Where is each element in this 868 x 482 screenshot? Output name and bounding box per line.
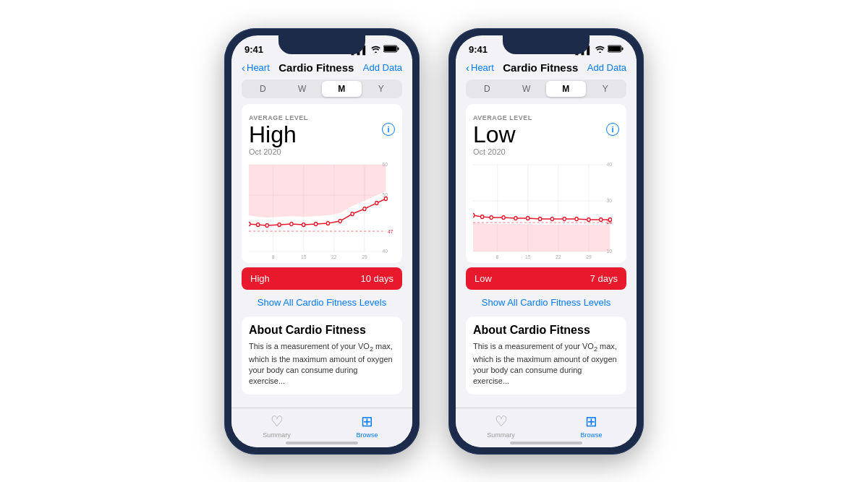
svg-point-20 xyxy=(326,221,329,225)
svg-text:29: 29 xyxy=(362,253,367,260)
svg-text:40: 40 xyxy=(382,247,387,254)
svg-point-49 xyxy=(502,215,505,219)
svg-text:15: 15 xyxy=(301,253,306,260)
browse-label-2: Browse xyxy=(580,431,602,439)
tab-browse-1[interactable]: ⊞ Browse xyxy=(322,413,412,439)
svg-point-21 xyxy=(339,219,341,223)
seg-m-2[interactable]: M xyxy=(546,81,586,97)
nav-back-2[interactable]: ‹ Heart xyxy=(466,61,494,74)
svg-text:8: 8 xyxy=(496,253,499,260)
svg-point-46 xyxy=(473,213,475,217)
seg-d-2[interactable]: D xyxy=(467,81,507,97)
segment-control-2: D W M Y xyxy=(466,79,626,98)
add-data-btn-1[interactable]: Add Data xyxy=(363,62,402,73)
summary-icon-1: ♡ xyxy=(271,413,284,430)
svg-point-18 xyxy=(302,223,305,226)
summary-icon-2: ♡ xyxy=(495,413,508,430)
notch-1 xyxy=(278,35,365,54)
svg-point-55 xyxy=(575,217,578,220)
summary-label-2: Summary xyxy=(487,431,515,439)
svg-text:30: 30 xyxy=(606,197,611,204)
tab-summary-2[interactable]: ♡ Summary xyxy=(456,413,546,439)
status-time-1: 9:41 xyxy=(244,44,263,55)
svg-text:40: 40 xyxy=(606,160,611,168)
seg-y-1[interactable]: Y xyxy=(362,81,401,97)
nav-title-2: Cardio Fitness xyxy=(503,61,578,74)
about-text-1: This is a measurement of your VO2 max, w… xyxy=(249,341,395,387)
main-value-row-2: Low i xyxy=(473,123,619,146)
svg-point-25 xyxy=(384,197,387,200)
nav-back-1[interactable]: ‹ Heart xyxy=(242,61,270,74)
svg-point-19 xyxy=(314,222,317,225)
svg-point-58 xyxy=(608,218,611,221)
avg-label-1: AVERAGE LEVEL xyxy=(249,114,308,121)
back-chevron-1: ‹ xyxy=(242,61,245,74)
svg-point-56 xyxy=(587,218,590,221)
svg-point-17 xyxy=(290,222,293,225)
seg-w-1[interactable]: W xyxy=(283,81,323,97)
avg-label-2: AVERAGE LEVEL xyxy=(473,114,532,121)
svg-point-54 xyxy=(563,217,566,220)
notch-2 xyxy=(503,35,590,54)
legend-label-1: High xyxy=(250,273,270,284)
svg-rect-34 xyxy=(608,46,621,51)
svg-text:15: 15 xyxy=(525,253,530,260)
phone-1: 9:41 ▌▌▌ ‹ Heart Cardio Fitness xyxy=(224,28,420,455)
back-label-2: Heart xyxy=(471,62,494,73)
legend-days-1: 10 days xyxy=(360,273,393,284)
tab-summary-1[interactable]: ♡ Summary xyxy=(231,413,322,439)
svg-text:22: 22 xyxy=(556,253,561,260)
back-label-1: Heart xyxy=(247,62,270,73)
battery-icon-2 xyxy=(608,45,624,54)
main-value-1: High xyxy=(249,123,297,146)
svg-text:47: 47 xyxy=(388,228,393,235)
about-text-2: This is a measurement of your VO2 max, w… xyxy=(473,341,619,387)
phone-2: 9:41 ▌▌▌ ‹ Heart Cardio Fitness xyxy=(448,28,644,455)
about-section-2: About Cardio Fitness This is a measureme… xyxy=(466,317,626,395)
legend-label-2: Low xyxy=(475,273,492,284)
svg-point-57 xyxy=(600,218,603,221)
content-area-2: AVERAGE LEVEL Low i Oct 2020 40 30 24 10 xyxy=(466,104,626,263)
date-label-2: Oct 2020 xyxy=(473,147,619,156)
tab-browse-2[interactable]: ⊞ Browse xyxy=(546,413,637,439)
svg-rect-2 xyxy=(384,46,396,51)
legend-bar-2[interactable]: Low 7 days xyxy=(466,267,626,290)
svg-rect-1 xyxy=(398,48,399,51)
seg-m-1[interactable]: M xyxy=(322,81,362,97)
chart-svg-1: 60 50 40 xyxy=(249,159,395,260)
chart-1: 60 50 40 xyxy=(249,159,395,260)
phone-2-screen: 9:41 ▌▌▌ ‹ Heart Cardio Fitness xyxy=(456,35,637,447)
home-indicator-1 xyxy=(286,442,358,444)
show-all-link-2[interactable]: Show All Cardio Fitness Levels xyxy=(466,290,626,312)
main-value-row-1: High i xyxy=(249,123,395,146)
svg-point-23 xyxy=(363,207,366,210)
about-section-1: About Cardio Fitness This is a measureme… xyxy=(242,317,402,395)
seg-d-1[interactable]: D xyxy=(243,81,283,97)
browse-icon-2: ⊞ xyxy=(585,413,597,430)
content-area-1: AVERAGE LEVEL High i Oct 2020 60 50 40 xyxy=(242,104,402,263)
phone-1-screen: 9:41 ▌▌▌ ‹ Heart Cardio Fitness xyxy=(231,35,412,447)
svg-text:8: 8 xyxy=(272,253,275,260)
seg-y-2[interactable]: Y xyxy=(586,81,626,97)
svg-point-53 xyxy=(550,217,553,220)
svg-point-52 xyxy=(538,217,541,220)
info-icon-2[interactable]: i xyxy=(606,123,619,136)
svg-point-48 xyxy=(490,215,493,219)
main-value-2: Low xyxy=(473,123,516,146)
summary-label-1: Summary xyxy=(263,431,291,439)
show-all-link-1[interactable]: Show All Cardio Fitness Levels xyxy=(242,290,402,312)
info-icon-1[interactable]: i xyxy=(382,123,395,136)
add-data-btn-2[interactable]: Add Data xyxy=(587,62,626,73)
legend-days-2: 7 days xyxy=(590,273,618,284)
legend-bar-1[interactable]: High 10 days xyxy=(242,267,402,290)
back-chevron-2: ‹ xyxy=(466,61,469,74)
nav-title-1: Cardio Fitness xyxy=(278,61,354,74)
nav-header-1: ‹ Heart Cardio Fitness Add Data xyxy=(231,59,412,79)
svg-point-13 xyxy=(249,222,250,225)
seg-w-2[interactable]: W xyxy=(507,81,547,97)
about-title-1: About Cardio Fitness xyxy=(249,324,395,337)
svg-point-24 xyxy=(375,201,378,205)
chart-svg-2: 40 30 24 10 xyxy=(473,159,619,260)
segment-control-1: D W M Y xyxy=(242,79,402,98)
page-wrapper: 9:41 ▌▌▌ ‹ Heart Cardio Fitness xyxy=(0,0,868,482)
